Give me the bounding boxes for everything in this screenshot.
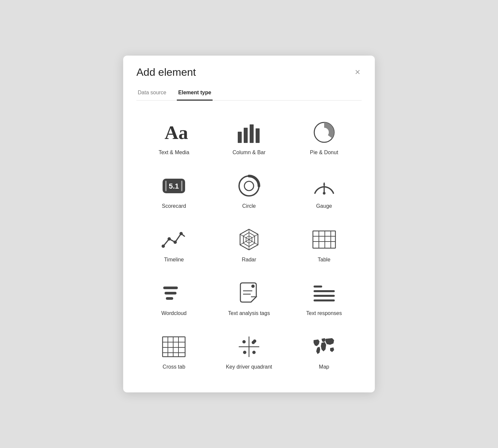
svg-rect-3 (250, 124, 254, 143)
element-item-map[interactable]: Map (286, 326, 362, 379)
svg-point-15 (323, 192, 325, 195)
svg-point-55 (252, 351, 256, 354)
svg-text:5.1: 5.1 (169, 182, 179, 190)
element-item-cross-tab[interactable]: Cross tab (136, 326, 212, 379)
text-analysis-tags-icon (236, 280, 262, 306)
tabs: Data source Element type (136, 86, 362, 101)
svg-rect-10 (181, 181, 182, 191)
svg-point-6 (320, 128, 329, 137)
pie-donut-icon (311, 119, 337, 146)
element-item-text-media[interactable]: Aa Text & Media (136, 111, 212, 165)
key-driver-quadrant-icon (236, 334, 262, 360)
text-media-icon: Aa (161, 119, 187, 146)
svg-point-12 (244, 181, 254, 191)
svg-rect-41 (314, 299, 335, 301)
svg-point-19 (179, 232, 183, 235)
svg-rect-33 (165, 292, 176, 294)
table-icon (311, 226, 337, 253)
svg-rect-4 (256, 128, 260, 143)
svg-rect-9 (165, 181, 167, 191)
svg-rect-39 (314, 290, 335, 292)
gauge-label: Gauge (316, 203, 332, 209)
wordcloud-icon (161, 280, 187, 306)
element-item-scorecard[interactable]: 5.1 Scorecard (136, 165, 212, 218)
element-item-key-driver-quadrant[interactable]: Key driver quadrant (212, 326, 287, 379)
svg-rect-42 (163, 337, 185, 357)
circle-label: Circle (242, 203, 256, 209)
wordcloud-label: Wordcloud (161, 310, 186, 316)
add-element-dialog: Add element × Data source Element type A… (123, 56, 375, 392)
svg-rect-1 (238, 132, 242, 143)
svg-point-17 (168, 237, 171, 241)
svg-marker-14 (323, 182, 325, 185)
element-item-column-bar[interactable]: Column & Bar (212, 111, 287, 165)
column-bar-icon (236, 119, 262, 146)
element-grid: Aa Text & Media Column & Bar (136, 111, 362, 379)
svg-point-35 (251, 285, 255, 288)
radar-label: Radar (242, 257, 256, 263)
text-media-label: Text & Media (159, 150, 189, 156)
timeline-label: Timeline (164, 257, 184, 263)
close-button[interactable]: × (354, 66, 362, 78)
tab-data-source[interactable]: Data source (136, 86, 168, 101)
element-item-pie-donut[interactable]: Pie & Donut (286, 111, 362, 165)
svg-point-54 (243, 351, 246, 354)
table-label: Table (318, 257, 330, 263)
timeline-icon (161, 226, 187, 253)
element-item-table[interactable]: Table (286, 218, 362, 272)
gauge-icon (311, 173, 337, 199)
svg-rect-32 (163, 287, 178, 289)
text-analysis-tags-label: Text analysis tags (228, 310, 270, 316)
element-item-wordcloud[interactable]: Wordcloud (136, 272, 212, 326)
text-responses-label: Text responses (306, 310, 342, 316)
element-item-radar[interactable]: Radar (212, 218, 287, 272)
svg-rect-26 (313, 231, 335, 248)
svg-point-16 (162, 245, 165, 248)
tab-element-type[interactable]: Element type (177, 86, 213, 101)
element-item-circle[interactable]: Circle (212, 165, 287, 218)
svg-rect-2 (244, 128, 248, 143)
element-item-text-responses[interactable]: Text responses (286, 272, 362, 326)
cross-tab-label: Cross tab (163, 364, 185, 370)
map-label: Map (319, 364, 329, 370)
svg-point-53 (252, 341, 255, 344)
svg-text:Aa: Aa (165, 122, 188, 143)
element-item-text-analysis-tags[interactable]: Text analysis tags (212, 272, 287, 326)
map-icon (311, 334, 337, 360)
svg-rect-40 (314, 295, 335, 297)
svg-point-51 (242, 340, 246, 343)
cross-tab-icon (161, 334, 187, 360)
circle-icon (236, 173, 262, 199)
dialog-header: Add element × (136, 66, 362, 78)
dialog-title: Add element (136, 66, 196, 78)
scorecard-icon: 5.1 (161, 173, 187, 199)
scorecard-label: Scorecard (162, 203, 186, 209)
svg-rect-34 (166, 297, 173, 300)
pie-donut-label: Pie & Donut (310, 150, 338, 156)
element-item-timeline[interactable]: Timeline (136, 218, 212, 272)
svg-point-18 (174, 241, 177, 244)
key-driver-quadrant-label: Key driver quadrant (226, 364, 272, 370)
radar-icon (236, 226, 262, 253)
column-bar-label: Column & Bar (232, 150, 266, 156)
text-responses-icon (311, 280, 337, 306)
svg-rect-38 (314, 286, 322, 288)
element-item-gauge[interactable]: Gauge (286, 165, 362, 218)
